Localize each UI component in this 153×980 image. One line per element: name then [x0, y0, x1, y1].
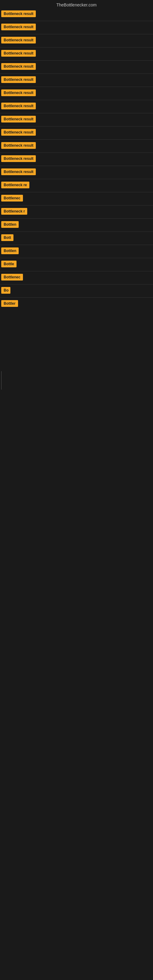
divider-18	[0, 245, 153, 245]
divider-6	[0, 87, 153, 87]
bottleneck-badge-14[interactable]: Bottleneck re	[1, 181, 29, 188]
bottom-line	[1, 371, 2, 390]
bottleneck-row-8: Bottleneck result	[0, 101, 153, 112]
bottleneck-row-2: Bottleneck result	[0, 22, 153, 33]
bottleneck-row-20: Bottle	[0, 259, 153, 270]
bottleneck-row-14: Bottleneck re	[0, 180, 153, 191]
divider-7	[0, 100, 153, 100]
divider-2	[0, 34, 153, 34]
bottleneck-row-7: Bottleneck result	[0, 88, 153, 99]
bottleneck-badge-16[interactable]: Bottleneck r	[1, 208, 27, 215]
bottleneck-row-13: Bottleneck result	[0, 167, 153, 178]
bottleneck-row-11: Bottleneck result	[0, 140, 153, 152]
divider-3	[0, 47, 153, 48]
bottleneck-badge-7[interactable]: Bottleneck result	[1, 89, 36, 96]
bottleneck-badge-9[interactable]: Bottleneck result	[1, 116, 36, 123]
bottleneck-row-5: Bottleneck result	[0, 61, 153, 73]
bottleneck-row-23: Bottler	[0, 298, 153, 310]
bottleneck-badge-19[interactable]: Bottlen	[1, 247, 19, 254]
bottleneck-badge-21[interactable]: Bottlenec	[1, 274, 23, 280]
divider-5	[0, 73, 153, 74]
bottleneck-row-19: Bottlen	[0, 246, 153, 257]
bottleneck-badge-2[interactable]: Bottleneck result	[1, 24, 36, 30]
bottleneck-badge-1[interactable]: Bottleneck result	[1, 10, 36, 17]
divider-8	[0, 113, 153, 113]
divider-10	[0, 139, 153, 140]
bottleneck-row-10: Bottleneck result	[0, 127, 153, 139]
bottleneck-row-6: Bottleneck result	[0, 75, 153, 86]
divider-16	[0, 218, 153, 219]
bottleneck-badge-23[interactable]: Bottler	[1, 300, 18, 307]
bottleneck-badge-8[interactable]: Bottleneck result	[1, 103, 36, 109]
bottleneck-row-3: Bottleneck result	[0, 35, 153, 46]
bottleneck-row-9: Bottleneck result	[0, 114, 153, 126]
bottleneck-row-15: Bottlenec	[0, 193, 153, 205]
divider-11	[0, 153, 153, 153]
bottleneck-row-21: Bottlenec	[0, 272, 153, 283]
bottleneck-badge-22[interactable]: Bo	[1, 287, 10, 294]
bottleneck-badge-10[interactable]: Bottleneck result	[1, 129, 36, 136]
bottleneck-row-1: Bottleneck result	[0, 9, 153, 20]
site-title: TheBottlenecker.com	[0, 0, 153, 9]
divider-21	[0, 284, 153, 285]
bottleneck-badge-13[interactable]: Bottleneck result	[1, 169, 36, 175]
bottleneck-badge-4[interactable]: Bottleneck result	[1, 50, 36, 57]
divider-15	[0, 205, 153, 205]
bottleneck-badge-6[interactable]: Bottleneck result	[1, 76, 36, 83]
divider-13	[0, 179, 153, 179]
bottleneck-badge-12[interactable]: Bottleneck result	[1, 155, 36, 162]
bottleneck-row-17: Bottlen	[0, 219, 153, 231]
bottleneck-badge-11[interactable]: Bottleneck result	[1, 142, 36, 149]
bottleneck-badge-17[interactable]: Bottlen	[1, 221, 19, 228]
divider-20	[0, 271, 153, 271]
bottleneck-badge-18[interactable]: Bott	[1, 234, 13, 241]
bottleneck-badge-20[interactable]: Bottle	[1, 261, 16, 267]
bottleneck-badge-5[interactable]: Bottleneck result	[1, 63, 36, 70]
divider-19	[0, 258, 153, 258]
bottleneck-row-4: Bottleneck result	[0, 48, 153, 60]
bottleneck-badge-15[interactable]: Bottlenec	[1, 195, 23, 202]
bottleneck-row-18: Bott	[0, 232, 153, 244]
bottleneck-row-12: Bottleneck result	[0, 153, 153, 165]
bottleneck-row-16: Bottleneck r	[0, 206, 153, 218]
bottleneck-row-22: Bo	[0, 285, 153, 297]
bottleneck-badge-3[interactable]: Bottleneck result	[1, 37, 36, 43]
divider-14	[0, 192, 153, 192]
rows-container: Bottleneck resultBottleneck resultBottle…	[0, 9, 153, 310]
divider-1	[0, 21, 153, 21]
bottom-area	[0, 310, 153, 494]
